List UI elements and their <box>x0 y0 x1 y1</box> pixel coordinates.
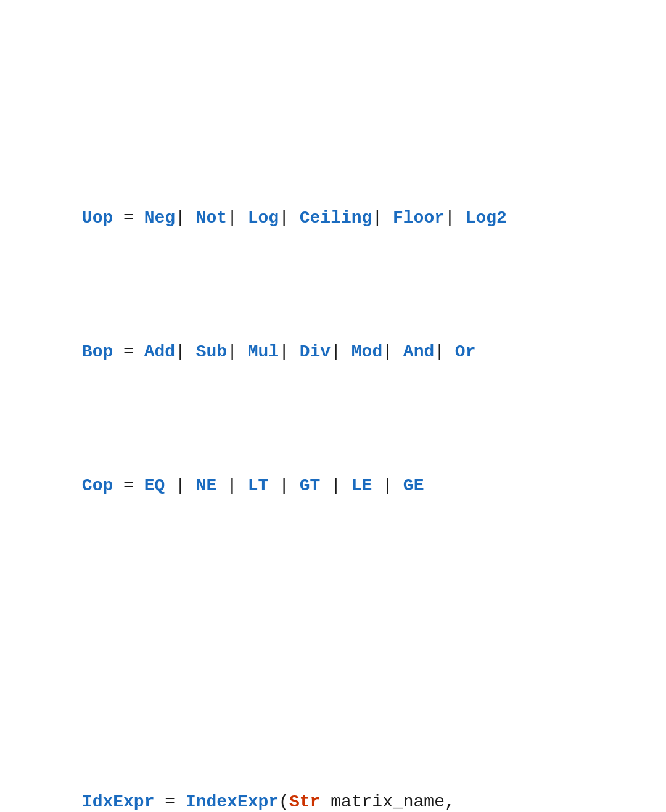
and-keyword: And <box>403 342 434 361</box>
code-display: Uop = Neg| Not| Log| Ceiling| Floor| Log… <box>20 17 646 812</box>
indexexpr-fn: IndexExpr <box>186 792 279 811</box>
eq-keyword: EQ <box>144 476 165 495</box>
bop-line: Bop = Add| Sub| Mul| Div| Mod| And| Or <box>20 311 646 392</box>
log-keyword: Log <box>248 208 279 228</box>
idxexpr-section: IdxExpr = IndexExpr(Str matrix_name, Exp… <box>20 708 646 812</box>
or-keyword: Or <box>455 342 476 361</box>
str-type-1: Str <box>289 792 320 811</box>
idxexpr-line1: IdxExpr = IndexExpr(Str matrix_name, <box>20 762 646 812</box>
uop-line: Uop = Neg| Not| Log| Ceiling| Floor| Log… <box>20 178 646 258</box>
uop-section: Uop = Neg| Not| Log| Ceiling| Floor| Log… <box>20 125 646 580</box>
add-keyword: Add <box>144 342 175 361</box>
le-keyword: LE <box>352 476 372 495</box>
bop-label: Bop <box>82 342 113 361</box>
uop-label: Uop <box>82 208 113 228</box>
neg-keyword: Neg <box>144 208 175 228</box>
cop-label: Cop <box>82 476 113 495</box>
log2-keyword: Log2 <box>466 208 507 228</box>
cop-line: Cop = EQ | NE | LT | GT | LE | GE <box>20 445 646 525</box>
sub-keyword: Sub <box>196 342 227 361</box>
idxexpr-label: IdxExpr <box>82 792 155 811</box>
gt-keyword: GT <box>300 476 321 495</box>
ge-keyword: GE <box>403 476 424 495</box>
ceiling-keyword: Ceiling <box>300 208 372 228</box>
mod-keyword: Mod <box>352 342 382 361</box>
ne-keyword: NE <box>196 476 217 495</box>
not-keyword: Not <box>196 208 227 228</box>
mul-keyword: Mul <box>248 342 279 361</box>
div-keyword: Div <box>300 342 331 361</box>
floor-keyword: Floor <box>393 208 445 228</box>
lt-keyword: LT <box>248 476 269 495</box>
